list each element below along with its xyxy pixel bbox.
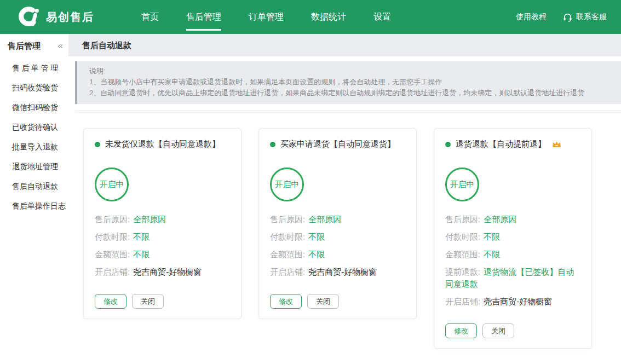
- sidebar-item-scan-receive-inspect[interactable]: 扫码收货验货: [0, 78, 68, 97]
- card-title: 退货退款【自动提前退】: [456, 139, 546, 149]
- card-actions: 修改 关闭: [445, 323, 580, 338]
- page-layout: 售后管理 « 售后单管理 扫码收货验货 微信扫码验货 已收货待确认 批量导入退款…: [0, 34, 621, 364]
- card-title: 未发货仅退款【自动同意退款】: [105, 139, 220, 149]
- card-title-row: 买家申请退货【自动同意退货】: [270, 139, 405, 149]
- top-navbar: 易创售后 首页 售后管理 订单管理 数据统计 设置 使用教程 联系客服: [0, 0, 621, 34]
- card-actions: 修改 关闭: [95, 294, 230, 309]
- rule-card-unshipped-refund: 未发货仅退款【自动同意退款】 开启中 售后原因:全部原因 付款时限:不限: [83, 128, 242, 319]
- headset-icon: [563, 13, 572, 22]
- status-label: 开启中: [450, 180, 475, 190]
- close-button[interactable]: 关闭: [132, 294, 164, 309]
- card-actions: 修改 关闭: [270, 294, 405, 309]
- status-circle: 开启中: [270, 167, 304, 201]
- notice-box: 说明: 1、当视频号小店中有买家申请退款或退货退款时，如果满足本页面设置的规则，…: [75, 61, 621, 104]
- close-button[interactable]: 关闭: [307, 294, 339, 309]
- contact-support-label: 联系客服: [576, 12, 607, 22]
- rule-card-buyer-return: 买家申请退货【自动同意退货】 开启中 售后原因:全部原因 付款时限:不限: [258, 128, 417, 319]
- rule-cards: 未发货仅退款【自动同意退款】 开启中 售后原因:全部原因 付款时限:不限: [68, 111, 621, 349]
- sidebar-item-auto-refund[interactable]: 售后自动退款: [0, 176, 68, 196]
- sidebar-header: 售后管理 «: [0, 34, 68, 58]
- enabled-dot-icon: [95, 142, 100, 147]
- status-circle: 开启中: [445, 167, 479, 201]
- edit-button[interactable]: 修改: [445, 323, 477, 338]
- page-title: 售后自动退款: [68, 34, 621, 56]
- sidebar-item-return-address-management[interactable]: 退货地址管理: [0, 157, 68, 176]
- card-fields: 售后原因:全部原因 付款时限:不限 金额范围:不限 开启店铺:尧吉商贸-好物橱窗: [95, 213, 230, 278]
- edit-button[interactable]: 修改: [270, 294, 302, 309]
- nav-item-orders[interactable]: 订单管理: [249, 7, 284, 27]
- sidebar-item-operation-log[interactable]: 售后单操作日志: [0, 196, 68, 216]
- card-title: 买家申请退货【自动同意退货】: [280, 139, 395, 149]
- contact-support-link[interactable]: 联系客服: [563, 12, 607, 22]
- premium-crown-icon: [552, 141, 561, 148]
- edit-button[interactable]: 修改: [95, 294, 127, 309]
- tutorial-link[interactable]: 使用教程: [516, 12, 547, 22]
- field-payment-limit: 付款时限:不限: [270, 231, 405, 243]
- nav-item-home[interactable]: 首页: [141, 7, 159, 27]
- enabled-dot-icon: [270, 142, 275, 147]
- field-aftersale-reason: 售后原因:全部原因: [95, 213, 230, 226]
- close-button[interactable]: 关闭: [482, 323, 514, 338]
- field-enabled-shop: 开启店铺:尧吉商贸-好物橱窗: [95, 266, 230, 278]
- status-label: 开启中: [100, 180, 124, 190]
- main-panel: 说明: 1、当视频号小店中有买家申请退款或退货退款时，如果满足本页面设置的规则，…: [68, 56, 621, 364]
- status-label: 开启中: [275, 180, 300, 190]
- sidebar: 售后管理 « 售后单管理 扫码收货验货 微信扫码验货 已收货待确认 批量导入退款…: [0, 34, 68, 364]
- field-aftersale-reason: 售后原因:全部原因: [270, 213, 405, 226]
- field-amount-range: 金额范围:不限: [445, 249, 580, 261]
- nav-item-settings[interactable]: 设置: [373, 7, 391, 27]
- field-payment-limit: 付款时限:不限: [445, 231, 580, 243]
- rule-card-early-refund: 退货退款【自动提前退】 开启中 售后原因:全部原因: [434, 128, 592, 349]
- sidebar-item-wechat-scan-inspect[interactable]: 微信扫码验货: [0, 97, 68, 117]
- notice-line: 1、当视频号小店中有买家申请退款或退货退款时，如果满足本页面设置的规则，将会自动…: [89, 77, 612, 88]
- sidebar-menu: 售后单管理 扫码收货验货 微信扫码验货 已收货待确认 批量导入退款 退货地址管理…: [0, 58, 68, 216]
- navbar-right: 使用教程 联系客服: [516, 12, 607, 22]
- nav-item-aftersale[interactable]: 售后管理: [186, 7, 221, 27]
- enabled-dot-icon: [445, 142, 451, 147]
- main-content: 售后自动退款 说明: 1、当视频号小店中有买家申请退款或退货退款时，如果满足本页…: [68, 34, 621, 364]
- sidebar-item-aftersale-order-management[interactable]: 售后单管理: [0, 58, 68, 78]
- field-enabled-shop: 开启店铺:尧吉商贸-好物橱窗: [270, 266, 405, 278]
- nav-item-statistics[interactable]: 数据统计: [311, 7, 346, 27]
- field-payment-limit: 付款时限:不限: [95, 231, 230, 243]
- field-enabled-shop: 开启店铺:尧吉商贸-好物橱窗: [445, 296, 580, 308]
- sidebar-item-batch-import-refund[interactable]: 批量导入退款: [0, 137, 68, 157]
- main-nav: 首页 售后管理 订单管理 数据统计 设置: [141, 7, 391, 27]
- field-aftersale-reason: 售后原因:全部原因: [445, 213, 580, 226]
- status-circle: 开启中: [95, 167, 129, 201]
- card-title-row: 未发货仅退款【自动同意退款】: [95, 139, 230, 149]
- notice-heading: 说明:: [89, 66, 612, 77]
- card-fields: 售后原因:全部原因 付款时限:不限 金额范围:不限 提前退款:退货物流【已签收】…: [445, 213, 580, 308]
- field-early-refund: 提前退款:退货物流【已签收】自动同意退款: [445, 266, 580, 290]
- brand: 易创售后: [16, 6, 94, 28]
- brand-logo-icon: [16, 6, 41, 28]
- card-fields: 售后原因:全部原因 付款时限:不限 金额范围:不限 开启店铺:尧吉商贸-好物橱窗: [270, 213, 405, 278]
- notice-line: 2、自动同意退货时，优先以商品上绑定的退货地址进行退货，如果商品未绑定则以自动规…: [89, 88, 612, 99]
- brand-name: 易创售后: [46, 10, 94, 25]
- field-amount-range: 金额范围:不限: [270, 249, 405, 261]
- card-title-row: 退货退款【自动提前退】: [445, 139, 580, 149]
- sidebar-title: 售后管理: [8, 41, 41, 51]
- field-amount-range: 金额范围:不限: [95, 249, 230, 261]
- collapse-sidebar-icon[interactable]: «: [58, 41, 63, 51]
- sidebar-item-received-pending-confirm[interactable]: 已收货待确认: [0, 117, 68, 137]
